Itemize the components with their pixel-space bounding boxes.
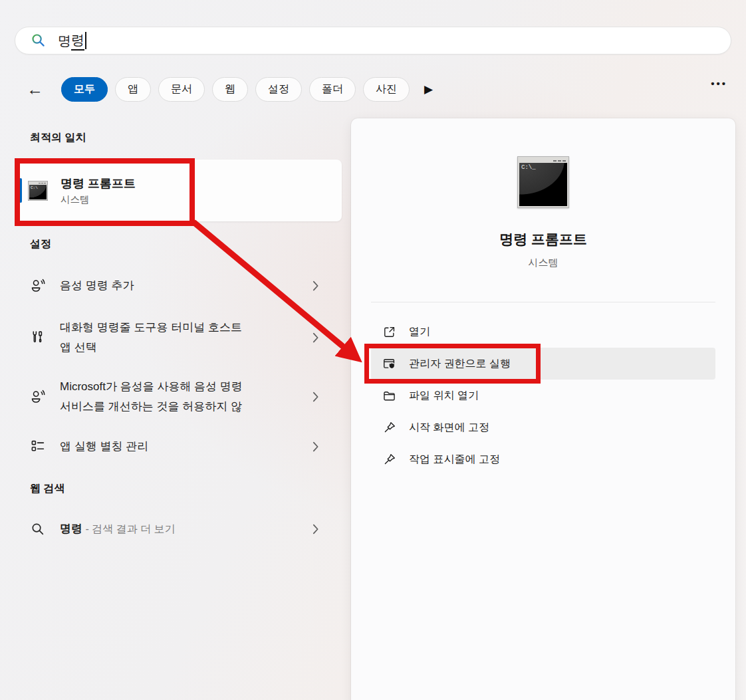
- command-prompt-icon: C:\: [28, 181, 48, 201]
- pin-icon: [382, 453, 396, 467]
- action-pin-to-taskbar[interactable]: 작업 표시줄에 고정: [371, 443, 715, 475]
- app-alias-icon: [30, 439, 46, 455]
- best-match-heading: 최적의 일치: [30, 131, 86, 145]
- best-match-item[interactable]: C:\ 명령 프롬프트 시스템: [17, 160, 342, 221]
- tools-icon: [30, 330, 46, 346]
- best-match-title: 명령 프롬프트: [61, 175, 136, 191]
- tab-folders[interactable]: 폴더: [309, 77, 356, 102]
- action-pin-to-start[interactable]: 시작 화면에 고정: [371, 411, 715, 443]
- pin-icon: [382, 421, 396, 435]
- divider: [371, 302, 715, 302]
- tab-photos[interactable]: 사진: [363, 77, 410, 102]
- chevron-right-icon: [312, 441, 319, 452]
- more-options-icon[interactable]: •••: [711, 78, 727, 89]
- chevron-right-icon: [312, 392, 319, 402]
- detail-panel: C:\_ 명령 프롬프트 시스템 열기: [351, 118, 735, 700]
- web-search-item[interactable]: 명령 - 검색 결과 더 보기: [0, 513, 339, 545]
- search-icon: [31, 33, 47, 49]
- action-run-as-administrator[interactable]: 관리자 권한으로 실행: [371, 348, 715, 380]
- command-prompt-icon-large: C:\_: [517, 156, 569, 208]
- tab-documents[interactable]: 문서: [158, 77, 205, 102]
- selection-accent-bar: [19, 178, 22, 203]
- back-button[interactable]: ←: [27, 80, 49, 99]
- search-query: 명령: [58, 31, 86, 51]
- settings-item-voice-privacy[interactable]: Microsoft가 음성을 사용해 음성 명령 서비스를 개선하는 것을 허용…: [0, 371, 339, 423]
- search-icon: [30, 522, 46, 536]
- tab-all[interactable]: 모두: [61, 77, 108, 102]
- voice-command-icon: [30, 389, 46, 405]
- tab-web[interactable]: 웹: [212, 77, 248, 102]
- chevron-right-icon: [312, 281, 319, 291]
- voice-command-icon: [30, 278, 46, 294]
- run-admin-icon: [382, 357, 396, 371]
- filter-bar: ← 모두 앱 문서 웹 설정 폴더 사진 ▶ •••: [0, 76, 746, 102]
- action-open[interactable]: 열기: [371, 316, 715, 348]
- text-caret: [85, 32, 86, 49]
- tab-apps[interactable]: 앱: [115, 77, 151, 102]
- search-input[interactable]: 명령: [15, 27, 731, 55]
- settings-item-add-voice-command[interactable]: 음성 명령 추가: [0, 270, 339, 302]
- settings-heading: 설정: [30, 237, 51, 251]
- filter-tabs: 모두 앱 문서 웹 설정 폴더 사진: [61, 77, 410, 102]
- settings-item-terminal-host-app[interactable]: 대화형 명령줄 도구용 터미널 호스트 앱 선택: [0, 312, 339, 363]
- scroll-tabs-icon[interactable]: ▶: [424, 82, 433, 96]
- detail-title: 명령 프롬프트: [351, 230, 735, 249]
- web-search-heading: 웹 검색: [30, 482, 64, 496]
- chevron-right-icon: [312, 524, 319, 534]
- chevron-right-icon: [312, 332, 319, 343]
- tab-settings[interactable]: 설정: [255, 77, 302, 102]
- open-icon: [382, 325, 396, 339]
- action-list: 열기 관리자 권한으로 실행 파일 위치 열기: [371, 316, 715, 475]
- folder-icon: [382, 389, 396, 403]
- settings-item-app-execution-aliases[interactable]: 앱 실행 별칭 관리: [0, 431, 339, 463]
- action-open-file-location[interactable]: 파일 위치 열기: [371, 380, 715, 411]
- best-match-subtitle: 시스템: [61, 193, 136, 206]
- detail-subtitle: 시스템: [351, 257, 735, 269]
